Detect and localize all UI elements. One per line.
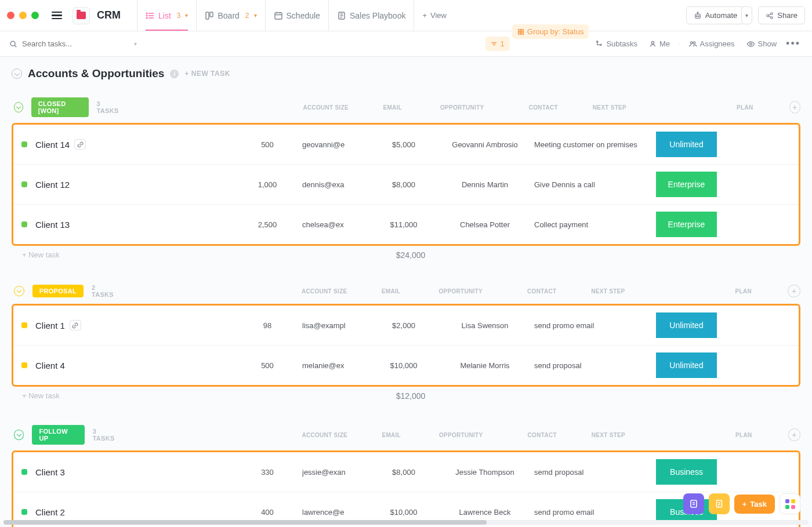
cell-account-size[interactable]: 1,000 (233, 180, 302, 189)
link-icon[interactable] (74, 139, 86, 150)
col-next-step[interactable]: NEXT STEP (587, 104, 715, 111)
status-square[interactable] (21, 141, 27, 147)
status-square[interactable] (21, 509, 27, 515)
cell-account-size[interactable]: 330 (233, 468, 302, 477)
cell-account-size[interactable]: 500 (233, 140, 302, 149)
task-name[interactable]: Client 3 (35, 467, 233, 477)
cell-contact[interactable]: Lawrence Beck (441, 508, 528, 517)
cell-contact[interactable]: Jessie Thompson (441, 468, 528, 477)
cell-contact[interactable]: Chelsea Potter (441, 220, 528, 229)
col-opportunity[interactable]: OPPORTUNITY (423, 288, 498, 295)
task-row[interactable]: Client 1 98 lisa@exampl $2,000 Lisa Swen… (13, 306, 799, 346)
task-name[interactable]: Client 1 (35, 320, 233, 330)
show-button[interactable]: Show (742, 37, 782, 51)
col-account-size[interactable]: ACCOUNT SIZE (291, 104, 361, 111)
col-plan[interactable]: PLAN (713, 432, 774, 438)
task-row[interactable]: Client 13 2,500 chelsea@ex $11,000 Chels… (13, 205, 799, 244)
add-column[interactable]: + (788, 428, 800, 441)
cell-plan[interactable]: Unlimited (656, 132, 717, 157)
col-email[interactable]: EMAIL (359, 288, 423, 295)
group-collapse[interactable] (14, 286, 24, 296)
col-plan[interactable]: PLAN (713, 288, 774, 295)
status-square[interactable] (21, 221, 27, 227)
maximize-window[interactable] (31, 12, 39, 19)
menu-icon[interactable] (49, 9, 64, 22)
status-pill[interactable]: FOLLOW UP (32, 425, 84, 445)
collapse-list[interactable] (12, 68, 22, 79)
new-task-row[interactable]: + New task (22, 391, 60, 401)
col-account-size[interactable]: ACCOUNT SIZE (289, 288, 359, 295)
col-contact[interactable]: CONTACT (498, 288, 585, 295)
cell-account-size[interactable]: 98 (233, 321, 302, 330)
status-square[interactable] (21, 322, 27, 328)
minimize-window[interactable] (19, 12, 27, 19)
cell-plan[interactable]: Business (656, 459, 717, 485)
add-column[interactable]: + (788, 285, 800, 297)
subtasks-button[interactable]: Subtasks (591, 37, 641, 51)
col-account-size[interactable]: ACCOUNT SIZE (290, 432, 360, 438)
tab-schedule[interactable]: Schedule (265, 0, 328, 31)
search-box[interactable]: ▾ (9, 39, 137, 48)
new-task-row[interactable]: + New task (22, 250, 60, 260)
cell-opportunity[interactable]: $8,000 (366, 180, 441, 189)
task-name[interactable]: Client 12 (35, 180, 233, 190)
task-name[interactable]: Client 4 (35, 361, 233, 370)
task-name[interactable]: Client 2 (35, 507, 233, 517)
cell-next-step[interactable]: semd proposal (528, 468, 656, 477)
col-plan[interactable]: PLAN (715, 104, 775, 111)
task-row[interactable]: Client 4 500 melanie@ex $10,000 Melanie … (13, 346, 799, 385)
cell-contact[interactable]: Geovanni Ambrosio (441, 140, 528, 149)
fab-notepad[interactable] (683, 493, 704, 514)
breadcrumb-title[interactable]: CRM (97, 9, 121, 21)
col-email[interactable]: EMAIL (361, 104, 425, 111)
cell-contact[interactable]: Lisa Swenson (441, 321, 528, 330)
groupby-button[interactable]: Group by: Status (512, 24, 589, 39)
share-button[interactable]: Share (758, 6, 805, 24)
cell-next-step[interactable]: Give Dennis a call (528, 180, 656, 189)
cell-email[interactable]: geovanni@e (302, 140, 366, 149)
tab-list[interactable]: List 3 ▾ (137, 0, 196, 31)
scroll-thumb[interactable] (3, 520, 487, 525)
status-pill[interactable]: CLOSED [WON] (31, 97, 89, 117)
task-name[interactable]: Client 14 (35, 139, 233, 150)
col-opportunity[interactable]: OPPORTUNITY (423, 432, 499, 438)
cell-contact[interactable]: Dennis Martin (441, 180, 528, 189)
folder-button[interactable] (72, 7, 90, 24)
automate-dropdown[interactable]: ▾ (741, 6, 752, 24)
chevron-down-icon[interactable]: ▾ (134, 41, 137, 47)
automate-button[interactable]: Automate (686, 6, 745, 24)
fab-apps[interactable] (780, 493, 800, 514)
group-collapse[interactable] (14, 102, 23, 112)
scroll-track[interactable] (3, 520, 809, 525)
tab-playbook[interactable]: Sales Playbook (328, 0, 414, 31)
close-window[interactable] (7, 12, 14, 19)
col-opportunity[interactable]: OPPORTUNITY (425, 104, 500, 111)
me-button[interactable]: Me (644, 37, 675, 51)
cell-plan[interactable]: Enterprise (656, 212, 717, 237)
tab-board[interactable]: Board 2 ▾ (196, 0, 264, 31)
cell-email[interactable]: chelsea@ex (302, 220, 366, 229)
cell-opportunity[interactable]: $5,000 (366, 140, 441, 149)
search-input[interactable] (22, 39, 115, 48)
cell-next-step[interactable]: send promo email (528, 321, 656, 330)
cell-next-step[interactable]: send promo email (528, 508, 656, 517)
cell-email[interactable]: jessie@exan (302, 468, 366, 477)
status-square[interactable] (21, 469, 27, 475)
add-column[interactable]: + (789, 101, 800, 114)
cell-account-size[interactable]: 500 (233, 361, 302, 370)
new-task-top[interactable]: + NEW TASK (184, 70, 230, 78)
more-button[interactable]: ••• (784, 38, 803, 50)
info-icon[interactable]: i (170, 70, 179, 78)
status-square[interactable] (21, 181, 27, 187)
cell-email[interactable]: lawrence@e (302, 508, 366, 517)
cell-opportunity[interactable]: $10,000 (366, 361, 441, 370)
cell-plan[interactable]: Enterprise (656, 172, 717, 197)
cell-opportunity[interactable]: $2,000 (366, 321, 441, 330)
col-contact[interactable]: CONTACT (500, 104, 587, 111)
task-name[interactable]: Client 13 (35, 220, 233, 230)
cell-email[interactable]: melanie@ex (302, 361, 366, 370)
cell-contact[interactable]: Melanie Morris (441, 361, 528, 370)
cell-plan[interactable]: Unlimited (656, 312, 717, 338)
fab-doc[interactable] (709, 493, 730, 514)
status-square[interactable] (21, 362, 27, 368)
